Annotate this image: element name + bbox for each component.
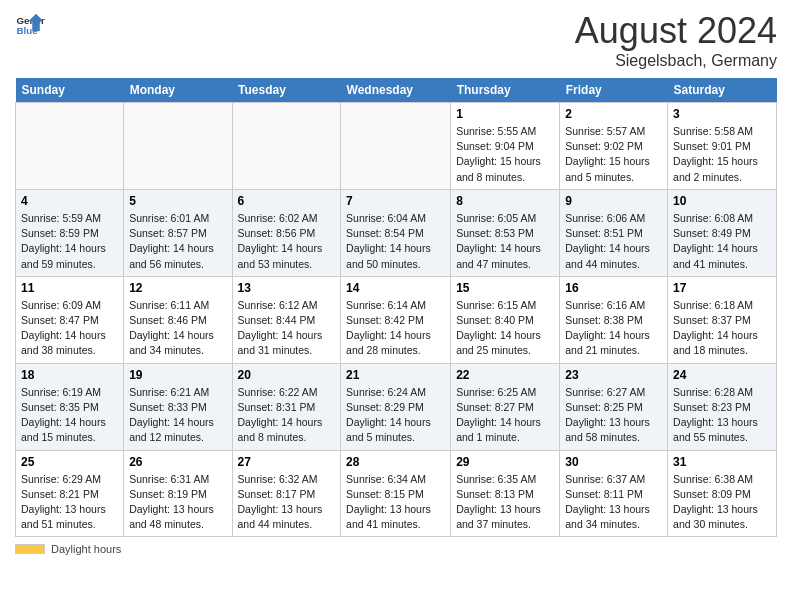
calendar-week-row: 25Sunrise: 6:29 AM Sunset: 8:21 PM Dayli… (16, 450, 777, 537)
day-detail: Sunrise: 6:11 AM Sunset: 8:46 PM Dayligh… (129, 298, 226, 359)
day-detail: Sunrise: 6:21 AM Sunset: 8:33 PM Dayligh… (129, 385, 226, 446)
day-detail: Sunrise: 6:05 AM Sunset: 8:53 PM Dayligh… (456, 211, 554, 272)
day-detail: Sunrise: 6:12 AM Sunset: 8:44 PM Dayligh… (238, 298, 336, 359)
day-number: 30 (565, 455, 662, 469)
day-detail: Sunrise: 6:38 AM Sunset: 8:09 PM Dayligh… (673, 472, 771, 533)
daylight-label: Daylight hours (51, 543, 121, 555)
calendar-cell: 17Sunrise: 6:18 AM Sunset: 8:37 PM Dayli… (668, 276, 777, 363)
day-number: 6 (238, 194, 336, 208)
day-detail: Sunrise: 6:08 AM Sunset: 8:49 PM Dayligh… (673, 211, 771, 272)
calendar-week-row: 11Sunrise: 6:09 AM Sunset: 8:47 PM Dayli… (16, 276, 777, 363)
day-number: 16 (565, 281, 662, 295)
calendar-cell: 3Sunrise: 5:58 AM Sunset: 9:01 PM Daylig… (668, 103, 777, 190)
day-number: 26 (129, 455, 226, 469)
day-number: 2 (565, 107, 662, 121)
day-number: 7 (346, 194, 445, 208)
calendar-cell: 15Sunrise: 6:15 AM Sunset: 8:40 PM Dayli… (451, 276, 560, 363)
day-detail: Sunrise: 6:02 AM Sunset: 8:56 PM Dayligh… (238, 211, 336, 272)
day-number: 22 (456, 368, 554, 382)
calendar-cell: 13Sunrise: 6:12 AM Sunset: 8:44 PM Dayli… (232, 276, 341, 363)
header: General Blue August 2024 Siegelsbach, Ge… (15, 10, 777, 70)
day-number: 27 (238, 455, 336, 469)
calendar-cell: 2Sunrise: 5:57 AM Sunset: 9:02 PM Daylig… (560, 103, 668, 190)
day-number: 21 (346, 368, 445, 382)
calendar-cell: 22Sunrise: 6:25 AM Sunset: 8:27 PM Dayli… (451, 363, 560, 450)
day-number: 12 (129, 281, 226, 295)
day-detail: Sunrise: 6:32 AM Sunset: 8:17 PM Dayligh… (238, 472, 336, 533)
day-detail: Sunrise: 6:06 AM Sunset: 8:51 PM Dayligh… (565, 211, 662, 272)
day-detail: Sunrise: 6:01 AM Sunset: 8:57 PM Dayligh… (129, 211, 226, 272)
calendar-cell: 4Sunrise: 5:59 AM Sunset: 8:59 PM Daylig… (16, 189, 124, 276)
day-detail: Sunrise: 6:18 AM Sunset: 8:37 PM Dayligh… (673, 298, 771, 359)
calendar-cell: 29Sunrise: 6:35 AM Sunset: 8:13 PM Dayli… (451, 450, 560, 537)
calendar-cell (232, 103, 341, 190)
footer-note: Daylight hours (15, 543, 777, 555)
title-area: August 2024 Siegelsbach, Germany (575, 10, 777, 70)
calendar-cell (124, 103, 232, 190)
day-number: 18 (21, 368, 118, 382)
calendar-cell: 9Sunrise: 6:06 AM Sunset: 8:51 PM Daylig… (560, 189, 668, 276)
calendar-week-row: 1Sunrise: 5:55 AM Sunset: 9:04 PM Daylig… (16, 103, 777, 190)
page-subtitle: Siegelsbach, Germany (575, 52, 777, 70)
day-number: 31 (673, 455, 771, 469)
day-detail: Sunrise: 5:57 AM Sunset: 9:02 PM Dayligh… (565, 124, 662, 185)
day-number: 17 (673, 281, 771, 295)
day-number: 25 (21, 455, 118, 469)
column-header-wednesday: Wednesday (341, 78, 451, 103)
day-number: 10 (673, 194, 771, 208)
column-header-tuesday: Tuesday (232, 78, 341, 103)
calendar-cell: 16Sunrise: 6:16 AM Sunset: 8:38 PM Dayli… (560, 276, 668, 363)
day-detail: Sunrise: 6:19 AM Sunset: 8:35 PM Dayligh… (21, 385, 118, 446)
day-detail: Sunrise: 6:28 AM Sunset: 8:23 PM Dayligh… (673, 385, 771, 446)
day-detail: Sunrise: 6:25 AM Sunset: 8:27 PM Dayligh… (456, 385, 554, 446)
calendar-cell (16, 103, 124, 190)
day-number: 19 (129, 368, 226, 382)
calendar-week-row: 4Sunrise: 5:59 AM Sunset: 8:59 PM Daylig… (16, 189, 777, 276)
day-detail: Sunrise: 6:37 AM Sunset: 8:11 PM Dayligh… (565, 472, 662, 533)
day-detail: Sunrise: 6:34 AM Sunset: 8:15 PM Dayligh… (346, 472, 445, 533)
day-detail: Sunrise: 6:35 AM Sunset: 8:13 PM Dayligh… (456, 472, 554, 533)
day-detail: Sunrise: 6:16 AM Sunset: 8:38 PM Dayligh… (565, 298, 662, 359)
day-number: 23 (565, 368, 662, 382)
calendar-cell: 8Sunrise: 6:05 AM Sunset: 8:53 PM Daylig… (451, 189, 560, 276)
day-number: 11 (21, 281, 118, 295)
calendar-week-row: 18Sunrise: 6:19 AM Sunset: 8:35 PM Dayli… (16, 363, 777, 450)
day-number: 14 (346, 281, 445, 295)
calendar-cell: 19Sunrise: 6:21 AM Sunset: 8:33 PM Dayli… (124, 363, 232, 450)
calendar-cell: 1Sunrise: 5:55 AM Sunset: 9:04 PM Daylig… (451, 103, 560, 190)
calendar-cell: 27Sunrise: 6:32 AM Sunset: 8:17 PM Dayli… (232, 450, 341, 537)
day-number: 20 (238, 368, 336, 382)
column-header-sunday: Sunday (16, 78, 124, 103)
day-detail: Sunrise: 6:15 AM Sunset: 8:40 PM Dayligh… (456, 298, 554, 359)
calendar-cell: 30Sunrise: 6:37 AM Sunset: 8:11 PM Dayli… (560, 450, 668, 537)
day-number: 29 (456, 455, 554, 469)
calendar-cell: 26Sunrise: 6:31 AM Sunset: 8:19 PM Dayli… (124, 450, 232, 537)
calendar-cell: 6Sunrise: 6:02 AM Sunset: 8:56 PM Daylig… (232, 189, 341, 276)
calendar-cell: 10Sunrise: 6:08 AM Sunset: 8:49 PM Dayli… (668, 189, 777, 276)
column-header-thursday: Thursday (451, 78, 560, 103)
calendar-cell: 24Sunrise: 6:28 AM Sunset: 8:23 PM Dayli… (668, 363, 777, 450)
column-header-monday: Monday (124, 78, 232, 103)
day-detail: Sunrise: 6:09 AM Sunset: 8:47 PM Dayligh… (21, 298, 118, 359)
day-number: 8 (456, 194, 554, 208)
daylight-bar-icon (15, 544, 45, 554)
column-header-saturday: Saturday (668, 78, 777, 103)
day-detail: Sunrise: 6:31 AM Sunset: 8:19 PM Dayligh… (129, 472, 226, 533)
calendar-cell: 31Sunrise: 6:38 AM Sunset: 8:09 PM Dayli… (668, 450, 777, 537)
day-number: 1 (456, 107, 554, 121)
calendar-cell: 20Sunrise: 6:22 AM Sunset: 8:31 PM Dayli… (232, 363, 341, 450)
day-number: 24 (673, 368, 771, 382)
calendar-cell: 25Sunrise: 6:29 AM Sunset: 8:21 PM Dayli… (16, 450, 124, 537)
calendar-cell: 23Sunrise: 6:27 AM Sunset: 8:25 PM Dayli… (560, 363, 668, 450)
day-detail: Sunrise: 6:14 AM Sunset: 8:42 PM Dayligh… (346, 298, 445, 359)
calendar-cell: 5Sunrise: 6:01 AM Sunset: 8:57 PM Daylig… (124, 189, 232, 276)
day-number: 28 (346, 455, 445, 469)
day-number: 15 (456, 281, 554, 295)
day-number: 13 (238, 281, 336, 295)
day-detail: Sunrise: 6:27 AM Sunset: 8:25 PM Dayligh… (565, 385, 662, 446)
logo: General Blue (15, 10, 45, 40)
day-detail: Sunrise: 5:58 AM Sunset: 9:01 PM Dayligh… (673, 124, 771, 185)
day-detail: Sunrise: 6:24 AM Sunset: 8:29 PM Dayligh… (346, 385, 445, 446)
day-detail: Sunrise: 6:29 AM Sunset: 8:21 PM Dayligh… (21, 472, 118, 533)
calendar-cell: 14Sunrise: 6:14 AM Sunset: 8:42 PM Dayli… (341, 276, 451, 363)
